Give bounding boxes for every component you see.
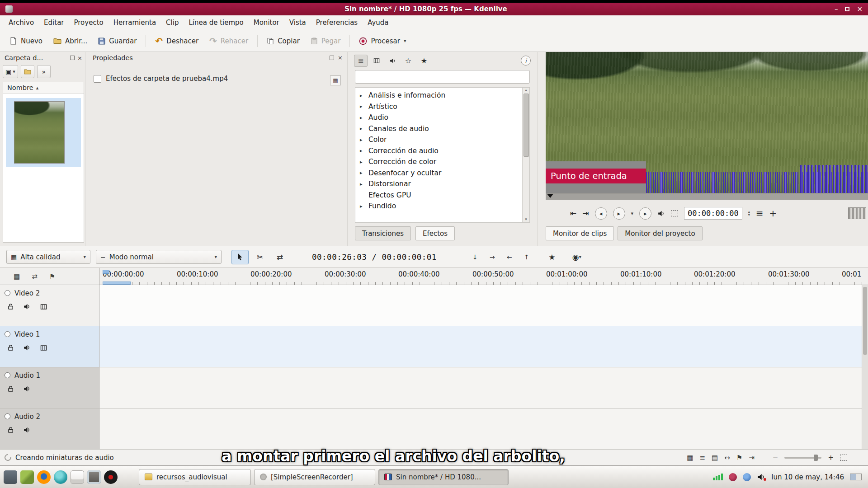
spacer-tool-button[interactable]: ⇄ (271, 250, 288, 264)
save-button[interactable]: Guardar (93, 34, 142, 48)
track-target-icon[interactable] (5, 290, 10, 296)
show-favorite-effects-button[interactable]: ★ (417, 55, 431, 67)
tab-monitor-de-clips[interactable]: Monitor de clips (546, 226, 614, 240)
record-options-button[interactable]: ◉ ▾ (566, 250, 588, 264)
timeline-zone-bar[interactable] (103, 282, 131, 285)
taskbar-clock[interactable]: lun 10 de may, 14:46 (771, 473, 844, 481)
expand-arrow-icon[interactable]: ▸ (360, 93, 365, 99)
effect-category[interactable]: ▸Análisis e información (357, 90, 529, 101)
track-lane[interactable] (99, 367, 868, 408)
menu-item-vista[interactable]: Vista (284, 16, 311, 29)
workspace-switcher[interactable] (850, 474, 862, 480)
scrollbar-thumb[interactable] (524, 94, 529, 157)
render-button[interactable]: Procesar ▾ (354, 34, 411, 48)
close-button[interactable]: × (857, 5, 863, 13)
timeline-timecode[interactable]: 00:00:26:03 / 00:00:00:01 (312, 253, 437, 262)
bin-column-name[interactable]: Nombre (7, 84, 33, 91)
tab-transiciones[interactable]: Transiciones (355, 226, 411, 240)
tray-status-icon[interactable] (729, 473, 737, 481)
extract-zone-button[interactable]: ← (501, 250, 518, 264)
effect-category[interactable]: ▸Canales de audio (357, 123, 529, 135)
effect-stack-options-button[interactable]: ▦ (330, 75, 341, 85)
expand-arrow-icon[interactable]: ▸ (360, 159, 365, 165)
mute-icon[interactable] (23, 303, 31, 310)
effect-category[interactable]: ▸Corrección de color (357, 156, 529, 168)
track-header[interactable]: Audio 2 (0, 408, 99, 449)
monitor-menu-button[interactable]: ≡ (756, 208, 764, 219)
track-target-icon[interactable] (5, 372, 10, 378)
track-target-icon[interactable] (5, 413, 10, 419)
timeline-vertical-scrollbar[interactable] (862, 285, 868, 449)
menu-item-ayuda[interactable]: Ayuda (363, 16, 393, 29)
firefox-icon[interactable] (37, 470, 51, 484)
effect-category[interactable]: ▸Audio (357, 112, 529, 123)
scroll-up-icon[interactable]: ▴ (525, 88, 527, 92)
folder-effects-checkbox[interactable] (94, 75, 101, 83)
maximize-button[interactable] (845, 7, 849, 11)
effect-category[interactable]: ▸Desenfocar y ocultar (357, 168, 529, 179)
effect-category[interactable]: ▸Corrección de audio (357, 145, 529, 157)
selection-tool-button[interactable] (231, 250, 249, 264)
timeline-swap-icon[interactable]: ⇄ (32, 272, 38, 281)
scroll-down-icon[interactable]: ▾ (525, 217, 527, 221)
expand-arrow-icon[interactable]: ▸ (360, 170, 365, 176)
browser-icon[interactable] (54, 470, 67, 484)
effects-search-input[interactable] (355, 70, 530, 84)
tray-globe-icon[interactable] (743, 473, 751, 481)
preview-quality-select[interactable]: ▦ Alta calidad ▾ (6, 250, 90, 264)
menu-item-monitor[interactable]: Monitor (249, 16, 284, 29)
play-button[interactable]: ▸ (613, 207, 625, 220)
close-icon[interactable]: × (77, 55, 82, 61)
hide-video-icon[interactable] (40, 344, 47, 352)
expand-arrow-icon[interactable]: ▸ (360, 103, 365, 109)
rewind-button[interactable]: ◂ (595, 207, 607, 220)
lift-zone-button[interactable]: ↑ (518, 250, 535, 264)
menu-item-editar[interactable]: Editar (39, 16, 69, 29)
effect-category[interactable]: ▸Fundido (357, 201, 529, 212)
close-icon[interactable]: × (338, 55, 343, 61)
menu-item-linea-de-tiempo[interactable]: Línea de tiempo (184, 16, 248, 29)
menu-item-clip[interactable]: Clip (161, 16, 184, 29)
add-clip-button[interactable]: ▣ ▾ (3, 65, 18, 78)
taskbar-window-kdenlive[interactable]: Sin nombre* / HD 1080... (378, 469, 509, 485)
mute-icon[interactable] (23, 426, 31, 434)
taskbar-window-recursos[interactable]: recursos_audiovisual (139, 469, 251, 485)
create-folder-button[interactable] (21, 65, 34, 78)
menu-item-preferencias[interactable]: Preferencias (311, 16, 363, 29)
mute-icon[interactable] (23, 385, 31, 393)
lock-icon[interactable] (7, 385, 14, 392)
new-button[interactable]: Nuevo (5, 34, 47, 48)
monitor-seek-bar[interactable] (546, 193, 868, 200)
insert-zone-button[interactable]: → (484, 250, 501, 264)
expand-arrow-icon[interactable]: ▸ (360, 181, 365, 187)
expand-arrow-icon[interactable]: ▸ (360, 203, 365, 209)
expand-arrow-icon[interactable]: ▸ (360, 126, 365, 131)
timecode-spinner[interactable]: ▴▾ (748, 210, 750, 216)
redo-button[interactable]: ↷ Rehacer (204, 33, 253, 49)
volume-tray-icon[interactable] (757, 473, 765, 481)
set-in-point-button[interactable]: ⇤ (570, 209, 576, 218)
expand-arrow-icon[interactable]: ▸ (360, 115, 365, 121)
thumbnails-toggle-icon[interactable] (848, 207, 866, 219)
draw-app-icon[interactable] (20, 470, 34, 484)
mute-icon[interactable] (23, 344, 31, 352)
track-header[interactable]: Audio 1 (0, 367, 99, 408)
paste-button[interactable]: Pegar (306, 34, 346, 48)
effects-scrollbar[interactable]: ▴ ▾ (522, 88, 529, 222)
add-marker-button[interactable]: + (769, 208, 777, 219)
file-manager-icon[interactable] (71, 470, 84, 484)
expand-arrow-icon[interactable]: ▸ (360, 137, 365, 143)
bin-overflow-button[interactable]: » (37, 65, 51, 78)
bin-clip-item[interactable] (6, 98, 81, 167)
timeline-grid-icon[interactable]: ▦ (14, 272, 20, 281)
menu-item-herramienta[interactable]: Herramienta (108, 16, 161, 29)
show-audio-effects-button[interactable] (386, 55, 399, 67)
effect-category[interactable]: ▸Color (357, 134, 529, 145)
lock-icon[interactable] (7, 344, 14, 351)
track-lane[interactable] (99, 326, 868, 367)
play-dropdown-icon[interactable]: ▾ (631, 211, 634, 216)
menu-item-proyecto[interactable]: Proyecto (69, 16, 108, 29)
tab-monitor-del-proyecto[interactable]: Monitor del proyecto (618, 226, 702, 240)
track-header[interactable]: Video 2 (0, 285, 99, 326)
effect-category[interactable]: ▸Distorsionar (357, 178, 529, 190)
